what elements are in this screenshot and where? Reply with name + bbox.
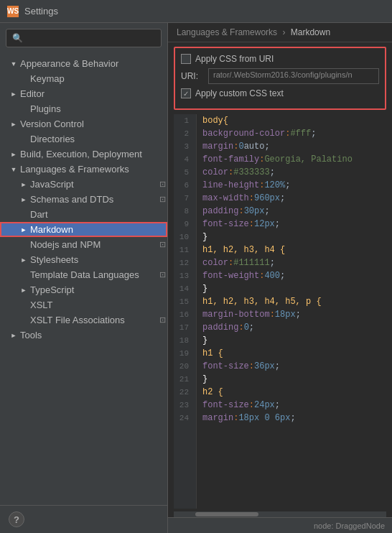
sidebar-item-version-control[interactable]: Version Control <box>0 116 167 131</box>
code-token: font-size <box>202 399 249 412</box>
tree-arrow-build <box>9 149 19 159</box>
sidebar-label-keymap: Keymap <box>30 73 167 84</box>
code-token: } <box>202 373 207 386</box>
page-icon-schemas <box>157 195 167 205</box>
help-button[interactable]: ? <box>9 511 24 527</box>
code-line: h1, h2, h3, h4 { <box>202 244 386 256</box>
sidebar-item-languages[interactable]: Languages & Frameworks <box>0 162 167 177</box>
tree-arrow-tools <box>9 330 19 340</box>
line-number: 5 <box>174 166 192 179</box>
line-number: 4 <box>174 153 192 166</box>
sidebar-item-stylesheets[interactable]: Stylesheets <box>0 252 167 267</box>
line-number: 11 <box>174 244 192 256</box>
breadcrumb-part-1: Languages & Frameworks <box>177 27 277 37</box>
code-token: } <box>202 282 207 295</box>
code-line: font-family: Georgia, Palatino <box>202 153 386 166</box>
sidebar-label-tools: Tools <box>20 330 167 340</box>
sidebar-item-keymap[interactable]: Keymap <box>0 71 167 86</box>
sidebar-item-template-data[interactable]: Template Data Languages <box>0 267 167 282</box>
page-icon-xslt <box>157 315 167 325</box>
apply-css-uri-row: Apply CSS from URI <box>181 54 379 64</box>
line-number: 7 <box>174 192 192 205</box>
sidebar: 🔍 Appearance & Behavior Keymap Editor <box>0 23 168 533</box>
code-token: : <box>249 360 254 373</box>
code-token: font-family <box>202 153 259 166</box>
code-token: body{ <box>202 114 228 127</box>
line-number: 12 <box>174 256 192 269</box>
sidebar-item-editor[interactable]: Editor <box>0 86 167 101</box>
line-number: 9 <box>174 218 192 231</box>
line-number: 15 <box>174 295 192 308</box>
code-line: margin: 18px 0 6px; <box>202 412 386 425</box>
apply-custom-css-checkbox[interactable] <box>181 88 191 98</box>
tree-arrow-schemas <box>19 195 29 205</box>
code-token: ; <box>275 360 280 373</box>
code-editor: 123456789101112131415161718192021222324 … <box>174 114 386 509</box>
sidebar-item-plugins[interactable]: Plugins <box>0 101 167 116</box>
sidebar-label-stylesheets: Stylesheets <box>30 254 167 265</box>
code-token: ; <box>296 308 301 321</box>
editor-scrollbar[interactable] <box>174 511 386 517</box>
search-box[interactable]: 🔍 <box>6 29 162 47</box>
sidebar-label-xslt-assoc: XSLT File Associations <box>30 315 154 325</box>
tree-arrow-js <box>19 180 29 190</box>
sidebar-label-plugins: Plugins <box>30 103 167 114</box>
uri-value: rator/.WebStorm2016.3/config/plugins/n <box>213 70 353 79</box>
sidebar-item-markdown[interactable]: Markdown <box>0 222 167 237</box>
sidebar-item-build[interactable]: Build, Execution, Deployment <box>0 147 167 162</box>
line-number: 22 <box>174 386 192 399</box>
page-icon-nodejs <box>157 240 167 250</box>
line-number: 13 <box>174 269 192 282</box>
line-number: 19 <box>174 347 192 360</box>
app-icon: WS <box>7 6 19 17</box>
sidebar-label-languages: Languages & Frameworks <box>20 164 167 175</box>
sidebar-item-nodejs[interactable]: Nodejs and NPM <box>0 237 167 252</box>
code-token: 120% <box>264 179 285 192</box>
code-token: ; <box>311 127 316 140</box>
line-number: 20 <box>174 360 192 373</box>
sidebar-item-appearance[interactable]: Appearance & Behavior <box>0 56 167 71</box>
code-line: margin: 0 auto; <box>202 140 386 153</box>
code-token: 24px <box>254 399 275 412</box>
scrollbar-thumb[interactable] <box>195 512 259 516</box>
code-token: 0 <box>244 321 249 334</box>
sidebar-item-tools[interactable]: Tools <box>0 328 167 343</box>
code-line: padding: 30px; <box>202 205 386 218</box>
code-token: h1, h2, h3, h4, h5, p { <box>202 295 322 308</box>
apply-css-uri-checkbox[interactable] <box>181 54 191 64</box>
sidebar-item-dart[interactable]: Dart <box>0 207 167 222</box>
code-line: color: #111111; <box>202 256 386 269</box>
tree-arrow-markdown <box>19 225 29 235</box>
code-token: font-size <box>202 218 249 231</box>
code-token: 18px 0 6px <box>238 412 290 425</box>
code-token: : <box>249 218 254 231</box>
search-icon: 🔍 <box>12 33 23 43</box>
uri-input[interactable]: rator/.WebStorm2016.3/config/plugins/n <box>208 68 379 84</box>
status-bar: node: DraggedNode <box>168 517 392 533</box>
tree-arrow-typescript <box>19 285 29 295</box>
sidebar-item-xslt-assoc[interactable]: XSLT File Associations <box>0 312 167 328</box>
code-token: : <box>259 269 264 282</box>
sidebar-item-typescript[interactable]: TypeScript <box>0 282 167 297</box>
code-token: #111111 <box>233 256 269 269</box>
apply-custom-css-row: Apply custom CSS text <box>181 88 379 98</box>
code-token: h1, h2, h3, h4 { <box>202 244 285 256</box>
tree-arrow-vc <box>9 119 19 129</box>
sidebar-item-schemas[interactable]: Schemas and DTDs <box>0 192 167 207</box>
code-token: ; <box>275 399 280 412</box>
sidebar-item-directories[interactable]: Directories <box>0 131 167 147</box>
code-content[interactable]: body{ background-color: #fff; margin: 0 … <box>197 114 386 509</box>
code-token: padding <box>202 205 238 218</box>
code-line: font-weight: 400; <box>202 269 386 282</box>
sidebar-label-dir: Directories <box>30 134 167 144</box>
code-token: #333333 <box>233 166 269 179</box>
sidebar-label-schemas: Schemas and DTDs <box>30 194 154 205</box>
code-token: margin <box>202 412 233 425</box>
sidebar-item-xslt[interactable]: XSLT <box>0 297 167 312</box>
line-number: 18 <box>174 334 192 347</box>
code-token: ; <box>275 218 280 231</box>
sidebar-item-javascript[interactable]: JavaScript <box>0 177 167 192</box>
content-area: Languages & Frameworks › Markdown Apply … <box>168 23 392 533</box>
code-line: } <box>202 373 386 386</box>
line-number: 23 <box>174 399 192 412</box>
